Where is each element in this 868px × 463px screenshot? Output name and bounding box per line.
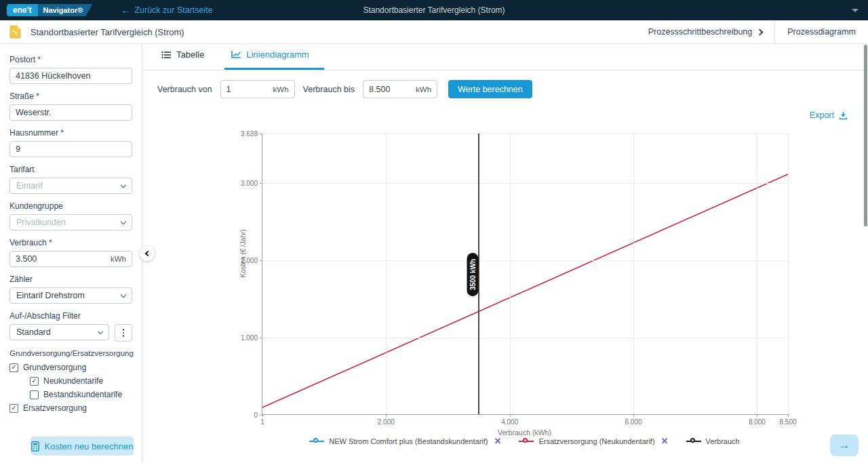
line-chart-plot-area[interactable]: 01.0002.0003.0003.63912.0004.0006.0008.0… — [262, 134, 787, 415]
gridline-vertical — [633, 134, 634, 414]
export-link[interactable]: Export — [810, 110, 848, 120]
legend-item[interactable]: NEW Strom Comfort plus (Bestandskundenta… — [309, 436, 501, 446]
y-tick-mark — [260, 134, 262, 134]
werte-berechnen-button[interactable]: Werte berechnen — [448, 80, 532, 98]
legend-remove-icon[interactable]: ✕ — [494, 436, 501, 446]
back-arrow-icon: ← — [121, 5, 130, 16]
legend-item[interactable]: Verbrauch — [686, 437, 740, 445]
table-list-icon — [161, 51, 171, 59]
legend-series-marker-icon — [519, 438, 534, 445]
top-navigation-bar: ene't Navigator® ← Zurück zur Startseite… — [0, 0, 868, 20]
x-tick-mark — [633, 414, 634, 417]
y-tick-label: 3.639 — [241, 130, 258, 138]
tab-tabelle[interactable]: Tabelle — [155, 49, 219, 70]
field-hausnummer: Hausnummer * — [9, 128, 132, 157]
auf-abschlag-select[interactable]: Standard — [9, 324, 109, 340]
field-tarifart: Tarifart Eintarif — [9, 165, 132, 194]
x-tick-label: 6.000 — [625, 418, 642, 426]
verbrauch-label: Verbrauch * — [9, 238, 132, 247]
zaehler-label: Zähler — [9, 275, 132, 284]
chart-series-svg — [262, 134, 788, 415]
y-tick-mark — [260, 183, 262, 184]
checkbox-unchecked[interactable] — [30, 390, 39, 399]
field-verbrauch: Verbrauch * kWh — [9, 238, 132, 267]
next-step-button[interactable]: → — [830, 435, 859, 456]
legend-label: Verbrauch — [706, 437, 740, 445]
zaehler-select[interactable]: Eintarif Drehstrom — [9, 287, 132, 304]
x-tick-label: 1 — [260, 418, 264, 426]
chevron-down-icon — [98, 328, 103, 334]
calculator-icon — [31, 441, 39, 451]
chevron-right-icon — [757, 28, 764, 35]
legend-remove-icon[interactable]: ✕ — [661, 436, 669, 446]
gridline-vertical — [510, 134, 511, 414]
process-diagram-label: Prozessdiagramm — [787, 27, 856, 37]
verbrauch-bis-input[interactable] — [369, 85, 413, 94]
verbrauch-input[interactable] — [16, 254, 108, 264]
legend-series-marker-icon — [309, 438, 324, 445]
x-tick-label: 2.000 — [378, 418, 395, 426]
enet-navigator-logo[interactable]: ene't Navigator® — [7, 3, 92, 17]
y-tick-label: 1.000 — [241, 334, 258, 341]
postort-input[interactable] — [16, 71, 126, 81]
tarifart-select[interactable]: Eintarif — [9, 178, 132, 194]
gridline-vertical — [757, 134, 757, 414]
chevron-down-icon — [121, 291, 126, 297]
auf-abschlag-value: Standard — [16, 327, 51, 337]
checkbox-label: Ersatzversorgung — [23, 403, 87, 413]
checkbox-row: ✓Ersatzversorgung — [9, 403, 132, 413]
chevron-down-icon[interactable] — [852, 9, 859, 12]
checkbox-checked[interactable]: ✓ — [9, 363, 18, 372]
gridline-horizontal — [262, 134, 787, 134]
y-tick-mark — [260, 260, 262, 261]
filter-sidebar: Postort * Straße * Hausnummer * Tarifart… — [0, 44, 142, 463]
page-header: Standortbasierter Tarifvergleich (Strom)… — [0, 20, 868, 44]
gridline-horizontal — [262, 183, 787, 184]
kundengruppe-label: Kundengruppe — [9, 201, 132, 211]
field-zaehler: Zähler Eintarif Drehstrom — [9, 275, 132, 304]
vertical-scrollbar[interactable] — [864, 45, 867, 226]
process-step-description-link[interactable]: Prozessschrittbeschreibung — [636, 20, 775, 43]
hausnummer-input[interactable] — [16, 144, 126, 154]
view-tabs: Tabelle Liniendiagramm — [142, 44, 868, 71]
recalculate-costs-button[interactable]: Kosten neu berechnen — [31, 437, 134, 456]
main-content: Tabelle Liniendiagramm Verbrauch von kWh… — [142, 44, 868, 463]
gridline-vertical — [386, 134, 387, 414]
auf-abschlag-label: Auf-/Abschlag Filter — [9, 311, 132, 321]
y-tick-label: 3.000 — [241, 179, 258, 186]
app-window: ene't Navigator® ← Zurück zur Startseite… — [0, 0, 868, 463]
logo-enet: ene't — [7, 4, 38, 16]
tab-liniendiagramm-label: Liniendiagramm — [246, 49, 309, 60]
filter-options-kebab-button[interactable] — [115, 324, 132, 342]
tab-liniendiagramm[interactable]: Liniendiagramm — [224, 49, 324, 70]
chart-legend: NEW Strom Comfort plus (Bestandskundenta… — [262, 436, 787, 446]
kundengruppe-value: Privatkunden — [16, 218, 66, 227]
kundengruppe-select[interactable]: Privatkunden — [9, 214, 132, 230]
strasse-label: Straße * — [9, 92, 132, 101]
sidebar-collapse-button[interactable] — [140, 246, 155, 261]
x-tick-mark — [262, 414, 263, 417]
zaehler-value: Eintarif Drehstrom — [16, 291, 85, 300]
consumption-range-controls: Verbrauch von kWh Verbrauch bis kWh Wert… — [142, 71, 868, 98]
document-icon — [9, 25, 21, 39]
y-tick-label: 2.000 — [241, 256, 258, 264]
series-line — [262, 174, 788, 407]
legend-item[interactable]: Ersatzversorgung (Neukundentarif)✕ — [519, 436, 668, 446]
verbrauch-von-label: Verbrauch von — [157, 85, 212, 94]
back-to-start-link[interactable]: ← Zurück zur Startseite — [121, 5, 212, 16]
verbrauch-von-input[interactable] — [226, 85, 271, 94]
gridline-horizontal — [262, 260, 787, 261]
download-icon — [839, 111, 848, 120]
checkbox-row: ✓Grundversorgung — [9, 363, 132, 372]
strasse-input[interactable] — [16, 108, 126, 117]
field-auf-abschlag-filter: Auf-/Abschlag Filter Standard — [9, 311, 132, 342]
x-tick-mark — [788, 414, 789, 417]
export-label: Export — [810, 110, 834, 120]
checkbox-row: Bestandskundentarife — [30, 390, 132, 399]
checkbox-checked[interactable]: ✓ — [30, 377, 39, 386]
y-tick-label: 0 — [254, 411, 258, 419]
process-diagram-link[interactable]: Prozessdiagramm — [774, 20, 868, 43]
checkbox-checked[interactable]: ✓ — [9, 404, 18, 413]
chevron-down-icon — [121, 218, 126, 224]
process-step-label: Prozessschrittbeschreibung — [648, 27, 753, 37]
